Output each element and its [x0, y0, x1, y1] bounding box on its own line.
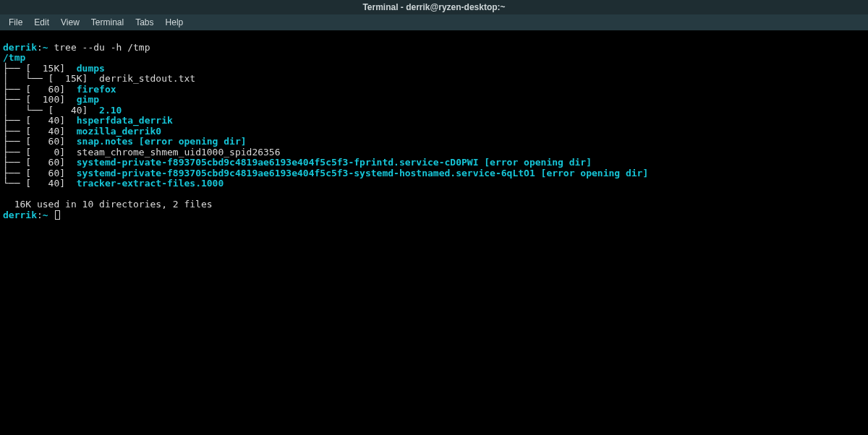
tree-line: ├── [ 100] gimp [3, 94, 99, 105]
prompt-sep: : [37, 42, 43, 53]
tree-line: │ └── [ 15K] derrik_stdout.txt [3, 73, 195, 84]
terminal-output[interactable]: derrik:~ tree --du -h /tmp /tmp ├── [ 15… [3, 43, 865, 221]
menu-tabs[interactable]: Tabs [129, 16, 159, 29]
menu-file[interactable]: File [3, 16, 28, 29]
menubar: File Edit View Terminal Tabs Help [0, 14, 868, 30]
tree-line: ├── [ 0] steam_chrome_shmem_uid1000_spid… [3, 147, 281, 158]
tree-line: ├── [ 60] systemd-private-f893705cbd9c48… [3, 157, 592, 168]
prompt2-path: ~ [43, 210, 48, 220]
prompt-command: tree --du -h /tmp [54, 42, 150, 53]
tree-line: ├── [ 15K] dumps [3, 63, 105, 74]
menu-edit[interactable]: Edit [28, 16, 55, 29]
menu-help[interactable]: Help [160, 16, 190, 29]
tree-line: ├── [ 40] mozilla_derrik0 [3, 126, 161, 137]
window-title: Terminal - derrik@ryzen-desktop:~ [362, 2, 505, 12]
window-titlebar: Terminal - derrik@ryzen-desktop:~ [0, 0, 868, 14]
tree-summary: 16K used in 10 directories, 2 files [3, 199, 213, 210]
menu-terminal[interactable]: Terminal [85, 16, 129, 29]
tree-line: ├── [ 60] firefox [3, 84, 116, 95]
tree-line: ├── [ 60] systemd-private-f893705cbd9c48… [3, 168, 648, 178]
tree-line: │ └── [ 40] 2.10 [3, 105, 122, 116]
terminal-viewport[interactable]: derrik:~ tree --du -h /tmp /tmp ├── [ 15… [0, 30, 868, 234]
menu-view[interactable]: View [55, 16, 85, 29]
prompt2-user: derrik [3, 210, 37, 220]
terminal-cursor[interactable] [55, 210, 60, 220]
tree-line: └── [ 40] tracker-extract-files.1000 [3, 178, 224, 189]
prompt-user: derrik [3, 42, 37, 53]
tree-line: ├── [ 40] hsperfdata_derrik [3, 115, 173, 126]
tree-root: /tmp [3, 52, 25, 63]
prompt-path: ~ [43, 42, 48, 53]
prompt2-sep: : [37, 210, 43, 220]
tree-line: ├── [ 60] snap.notes [error opening dir] [3, 136, 247, 147]
